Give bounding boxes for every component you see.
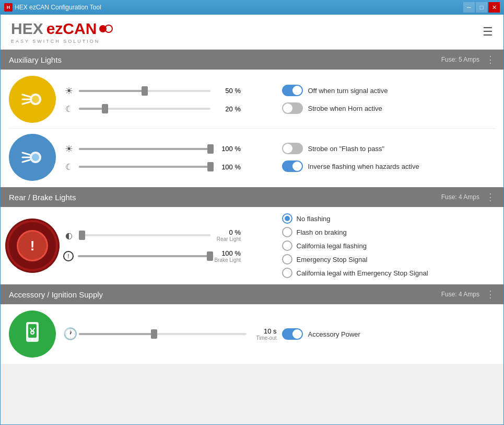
rear-fuse: Fuse: 4 Amps	[441, 193, 479, 201]
slider-fill-4	[79, 166, 210, 168]
slider-track-5[interactable]	[79, 234, 210, 236]
aux-light2-sliders: ☀ 100 % ☾	[63, 143, 241, 172]
slider-track-6[interactable]	[78, 255, 210, 257]
close-button[interactable]: ✕	[488, 2, 500, 13]
radio-label-2: California legal flashing	[297, 242, 367, 250]
title-bar: H HEX ezCAN Configuration Tool ─ □ ✕	[0, 0, 504, 15]
circle-outline	[104, 25, 113, 33]
slider-thumb-3[interactable]	[207, 144, 214, 154]
logo-ezcan: ezCAN	[46, 20, 97, 38]
toggle-label-4: Inverse flashing when hazards active	[308, 163, 419, 170]
toggles-area-1: Off when turn signal active Strobe when …	[282, 85, 496, 114]
toggle-accessory-power[interactable]	[282, 328, 303, 340]
maximize-button[interactable]: □	[476, 2, 487, 13]
svg-point-5	[32, 96, 39, 103]
slider-track-4[interactable]	[79, 166, 210, 168]
slider-fill-7	[79, 333, 154, 335]
slider-sub-5: Rear Light	[217, 236, 241, 242]
slider-track-7[interactable]	[79, 333, 247, 335]
aux-light1-sliders: ☀ 50 % ☾	[63, 85, 241, 114]
aux-light1-slider2: ☾ 20 %	[63, 104, 241, 114]
slider-value-4: 100 %	[221, 163, 241, 171]
exclamation-icon: !	[30, 238, 35, 254]
rear-radios: No flashing Flash on braking California …	[282, 213, 496, 278]
sun-icon-2: ☀	[63, 143, 75, 155]
radio-ess[interactable]: Emergency Stop Signal	[282, 254, 496, 265]
radio-btn-1[interactable]	[282, 227, 292, 237]
aux-light1-toggles: Off when turn signal active Strobe when …	[277, 85, 496, 114]
toggle-knob-3	[283, 144, 292, 153]
radio-btn-0[interactable]	[282, 213, 292, 224]
title-bar-left: H HEX ezCAN Configuration Tool	[4, 3, 101, 12]
rear-content: ! ◐ 0 %	[1, 207, 503, 284]
slider-thumb-4[interactable]	[207, 162, 214, 171]
radio-no-flashing[interactable]: No flashing	[282, 213, 496, 224]
slider-thumb-5[interactable]	[79, 231, 85, 240]
minimize-button[interactable]: ─	[463, 2, 475, 13]
slider-thumb-7[interactable]	[151, 329, 157, 339]
slider-thumb-1[interactable]	[142, 86, 148, 96]
radio-california-ess[interactable]: California legal with Emergency Stop Sig…	[282, 268, 496, 278]
toggle-turn-signal[interactable]	[282, 85, 303, 96]
aux-light2-controls: ☀ 100 % ☾	[56, 143, 277, 172]
auxiliary-fuse: Fuse: 5 Amps	[441, 56, 479, 63]
app-icon: H	[4, 3, 13, 12]
radio-flash-braking[interactable]: Flash on braking	[282, 227, 496, 237]
slider-fill-2	[79, 108, 105, 110]
radio-btn-3[interactable]	[282, 254, 292, 265]
accessory-menu-dots[interactable]: ⋮	[486, 289, 495, 300]
moon-icon-2: ☾	[63, 162, 75, 172]
radio-btn-4[interactable]	[282, 268, 292, 278]
accessory-toggle-panel: Accessory Power	[277, 328, 496, 340]
toggle-row-1: Off when turn signal active	[282, 85, 496, 96]
accessory-title: Accessory / Ignition Supply	[9, 290, 103, 299]
moon-icon-1: ☾	[63, 104, 75, 114]
slider-value-1: 50 %	[225, 87, 241, 95]
aux-light1-controls: ☀ 50 % ☾	[56, 85, 277, 114]
rear-slider-2: ! 100 % Brake Light	[63, 249, 241, 263]
toggle-knob-1	[292, 86, 302, 95]
auxiliary-section: Auxiliary Lights Fuse: 5 Amps ⋮	[1, 50, 503, 187]
slider-sub-6: Brake Light	[214, 257, 241, 263]
toggle-horn[interactable]	[282, 102, 303, 114]
accessory-slider: 🕐 10 s Time-out	[63, 327, 277, 341]
radio-california[interactable]: California legal flashing	[282, 240, 496, 251]
toggle-row-4: Inverse flashing when hazards active	[282, 160, 496, 172]
toggle-flash-pass[interactable]	[282, 143, 303, 154]
toggle-inverse-flash[interactable]	[282, 160, 303, 172]
headlight-icon-2	[18, 143, 46, 171]
rear-menu-dots[interactable]: ⋮	[486, 191, 495, 203]
slider-thumb-2[interactable]	[102, 104, 108, 113]
rear-radio-panel: No flashing Flash on braking California …	[277, 213, 496, 278]
window-controls[interactable]: ─ □ ✕	[463, 2, 500, 13]
auxiliary-menu-dots[interactable]: ⋮	[486, 54, 495, 65]
brake-warning-circle: !	[17, 230, 48, 261]
aux-light2-slider2: ☾ 100 %	[63, 162, 241, 172]
clock-icon: 🕐	[63, 327, 75, 341]
slider-track-2[interactable]	[79, 108, 210, 110]
menu-icon[interactable]: ☰	[483, 26, 493, 38]
slider-thumb-6[interactable]	[207, 251, 213, 261]
toggle-label-acc: Accessory Power	[308, 330, 360, 338]
slider-track-1[interactable]	[79, 90, 210, 92]
auxiliary-light2-row: ☀ 100 % ☾	[9, 134, 495, 181]
title-bar-title: HEX ezCAN Configuration Tool	[15, 4, 101, 11]
auxiliary-title: Auxiliary Lights	[9, 55, 62, 64]
rear-slider-1: ◐ 0 % Rear Light	[63, 228, 241, 242]
logo-subtitle: EASY SWITCH SOLUTION	[11, 39, 100, 44]
logo-wrapper: HEX ezCAN	[11, 20, 113, 38]
toggle-knob-acc	[292, 329, 302, 339]
slider-val-1: 50 %	[215, 87, 241, 95]
radio-btn-2[interactable]	[282, 240, 292, 251]
phone-icon	[21, 320, 44, 348]
slider-value-5: 0 %	[229, 228, 241, 236]
sun-icon: ☀	[63, 85, 75, 97]
slider-fill-6	[78, 255, 210, 257]
toggles-area-2: Strobe on "Flash to pass" Inverse flashi…	[282, 143, 496, 172]
slider-val-3: 100 %	[215, 145, 241, 153]
svg-point-11	[32, 154, 39, 161]
rear-sliders: ◐ 0 % Rear Light	[63, 228, 241, 263]
rear-sliders-container: ◐ 0 % Rear Light	[56, 228, 277, 263]
slider-val-6: 100 % Brake Light	[214, 249, 241, 263]
slider-track-3[interactable]	[79, 148, 210, 150]
